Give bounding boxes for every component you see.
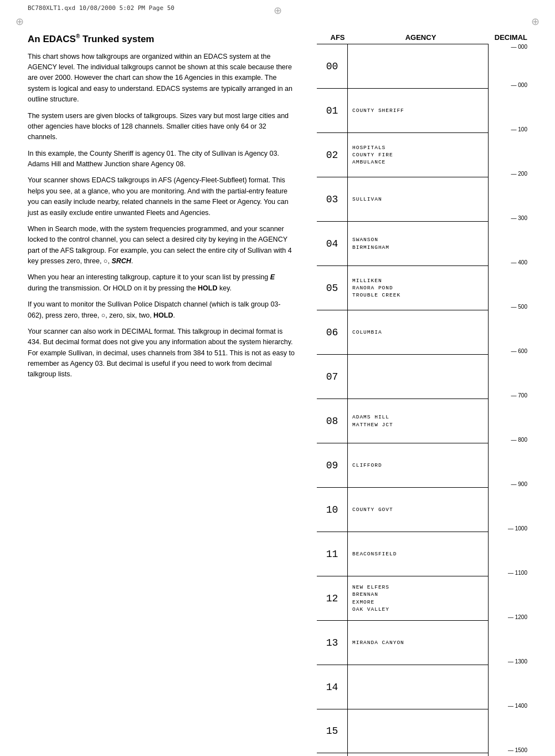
- afs-row-05: 05: [317, 265, 347, 310]
- agency-section-11: BEACONSFIELD: [348, 532, 488, 576]
- decimal-section-00: — 000: [489, 44, 527, 88]
- decimal-tick-06: — 600: [511, 348, 527, 354]
- chart-body: 00010203040506070809101112131415COUNTY S…: [317, 44, 527, 756]
- decimal-tick-08: — 800: [511, 437, 527, 443]
- col-agency-header: AGENCY: [353, 33, 489, 42]
- decimal-extra-1600: — 1600: [489, 753, 527, 756]
- afs-row-07: 07: [317, 354, 347, 399]
- afs-row-08: 08: [317, 399, 347, 443]
- afs-row-14: 14: [317, 665, 347, 709]
- decimal-tick-05: — 500: [511, 304, 527, 310]
- paragraph-2: The system users are given blocks of tal…: [28, 111, 295, 143]
- decimal-section-05: — 500: [489, 265, 527, 310]
- agency-name: COUNTY SHERIFF: [352, 107, 488, 114]
- agency-name: EXMORE: [352, 599, 488, 606]
- decimal-section-13: — 1300: [489, 620, 527, 665]
- agency-section-10: COUNTY GOVT: [348, 487, 488, 532]
- agency-name: AMBULANCE: [352, 159, 488, 166]
- agency-section-13: MIRANDA CANYON: [348, 620, 488, 665]
- decimal-tick-14: — 1400: [508, 703, 527, 709]
- decimal-section-04: — 400: [489, 221, 527, 265]
- decimal-section-08: — 800: [489, 399, 527, 443]
- agency-name: BEACONSFIELD: [352, 550, 488, 558]
- reg-mark-lt: ⊕: [16, 16, 24, 28]
- decimal-section-12: — 1200: [489, 576, 527, 620]
- decimal-tick-10: — 1000: [508, 525, 527, 532]
- decimal-section-09: — 900: [489, 443, 527, 487]
- paragraph-1: This chart shows how talkgroups are orga…: [28, 52, 295, 105]
- agency-section-01: COUNTY SHERIFF: [348, 88, 488, 132]
- decimal-section-10: — 1000: [489, 487, 527, 532]
- decimal-tick-00: — 000: [511, 82, 527, 88]
- paragraph-8: Your scanner can also work in DECIMAL fo…: [28, 326, 295, 380]
- decimal-section-02: — 200: [489, 132, 527, 177]
- afs-row-11: 11: [317, 532, 347, 576]
- agency-name: MILLIKEN: [352, 277, 488, 284]
- section-title: An EDACS® Trunked system: [28, 33, 295, 45]
- agency-section-06: COLUMBIA: [348, 310, 488, 354]
- decimal-tick-07: — 700: [511, 392, 527, 399]
- agency-section-12: NEW ELFERSBRENNANEXMOREOAK VALLEY: [348, 576, 488, 620]
- col-decimal-header: DECIMAL: [489, 33, 527, 42]
- agency-name: SULLIVAN: [352, 196, 488, 203]
- agency-section-14: [348, 665, 488, 709]
- afs-row-04: 04: [317, 221, 347, 265]
- agency-name: NEW ELFERS: [352, 584, 488, 591]
- paragraph-3: In this example, the County Sheriff is a…: [28, 149, 295, 170]
- decimal-tick-09: — 900: [511, 481, 527, 487]
- decimal-column: — 000— 000— 100— 200— 300— 400— 500— 600…: [489, 44, 527, 756]
- decimal-tick-01: — 100: [511, 126, 527, 132]
- decimal-tick-03: — 300: [511, 215, 527, 221]
- decimal-section-11: — 1100: [489, 532, 527, 576]
- agency-section-08: ADAMS HILLMATTHEW JCT: [348, 399, 488, 443]
- paragraph-4: Your scanner shows EDACS talkgroups in A…: [28, 175, 295, 218]
- agency-name: COUNTY GOVT: [352, 506, 488, 513]
- paragraph-7: If you want to monitor the Sullivan Poli…: [28, 299, 295, 321]
- agency-name: SWANSON: [352, 236, 488, 243]
- agency-section-02: HOSPITALSCOUNTY FIREAMBULANCE: [348, 132, 488, 177]
- afs-row-15: 15: [317, 709, 347, 753]
- decimal-tick-11: — 1100: [508, 570, 527, 576]
- agency-name: BRENNAN: [352, 591, 488, 598]
- agency-name: RANORA POND: [352, 284, 488, 292]
- decimal-tick-02: — 200: [511, 171, 527, 177]
- afs-row-09: 09: [317, 443, 347, 487]
- chart-header: AFS AGENCY DECIMAL: [317, 33, 527, 42]
- afs-row-10: 10: [317, 487, 347, 532]
- col-afs-header: AFS: [322, 33, 353, 42]
- decimal-section-01: — 100: [489, 88, 527, 132]
- agency-name: ADAMS HILL: [352, 413, 488, 421]
- agency-section-15: [348, 709, 488, 753]
- page-content: An EDACS® Trunked system This chart show…: [0, 0, 555, 756]
- left-column: An EDACS® Trunked system This chart show…: [28, 33, 300, 756]
- decimal-section-15: — 1500: [489, 709, 527, 753]
- decimal-tick-04: — 400: [511, 259, 527, 265]
- agency-section-05: MILLIKENRANORA PONDTROUBLE CREEK: [348, 265, 488, 310]
- reg-mark-tc: ⊕: [274, 4, 282, 17]
- agency-name: COUNTY FIRE: [352, 151, 488, 159]
- agency-name: OAK VALLEY: [352, 606, 488, 613]
- decimal-tick-13: — 1300: [508, 658, 527, 665]
- agency-section-07: [348, 354, 488, 399]
- afs-row-06: 06: [317, 310, 347, 354]
- agency-name: HOSPITALS: [352, 144, 488, 151]
- agency-name: CLIFFORD: [352, 462, 488, 469]
- decimal-tick-12: — 1200: [508, 614, 527, 620]
- afs-row-12: 12: [317, 576, 347, 620]
- paragraph-6: When you hear an interesting talkgroup, …: [28, 272, 295, 294]
- agency-column: COUNTY SHERIFFHOSPITALSCOUNTY FIREAMBULA…: [347, 44, 489, 756]
- agency-section-09: CLIFFORD: [348, 443, 488, 487]
- agency-section-03: SULLIVAN: [348, 177, 488, 221]
- afs-row-02: 02: [317, 132, 347, 177]
- title-text: An EDACS: [28, 34, 76, 44]
- agency-name: TROUBLE CREEK: [352, 292, 488, 299]
- afs-row-13: 13: [317, 620, 347, 665]
- decimal-tick-15: — 1500: [508, 747, 527, 753]
- agency-section-00: [348, 44, 488, 88]
- decimal-section-14: — 1400: [489, 665, 527, 709]
- agency-name: MATTHEW JCT: [352, 421, 488, 428]
- paragraph-5: When in Search mode, with the system fre…: [28, 224, 295, 267]
- reg-mark-rt: ⊕: [531, 16, 539, 28]
- right-column: AFS AGENCY DECIMAL 000102030405060708091…: [317, 33, 527, 756]
- afs-row-01: 01: [317, 88, 347, 132]
